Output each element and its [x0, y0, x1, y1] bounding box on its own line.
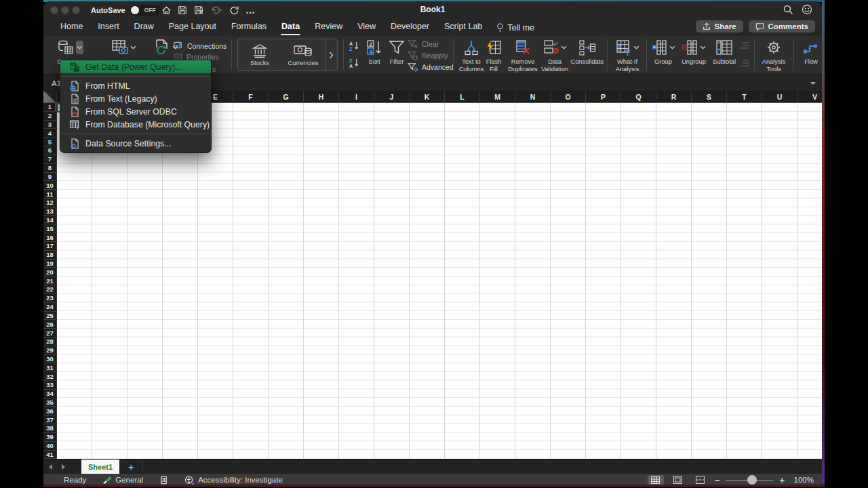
zoom-level[interactable]: 100% [791, 476, 814, 484]
page-layout-view-button[interactable] [670, 475, 686, 485]
flow-button[interactable]: Flow [797, 38, 822, 66]
menu-item-from-sql-server-odbc[interactable]: From SQL Server ODBC [60, 105, 211, 118]
row-header-15[interactable]: 15 [43, 224, 56, 233]
row-header-39[interactable]: 39 [43, 433, 56, 442]
menu-item-from-html[interactable]: From HTML [60, 79, 211, 92]
zoom-slider-thumb[interactable] [747, 475, 757, 485]
column-header-H[interactable]: H [304, 92, 339, 102]
row-header-18[interactable]: 18 [43, 251, 56, 260]
share-button[interactable]: Share [696, 20, 743, 33]
flash-fill-button[interactable]: Flash Fill [481, 38, 506, 73]
row-header-32[interactable]: 32 [43, 372, 56, 381]
tab-page-layout[interactable]: Page Layout [161, 19, 224, 36]
column-header-J[interactable]: J [374, 92, 410, 102]
group-dropdown-arrow[interactable] [669, 45, 675, 49]
column-header-Q[interactable]: Q [621, 92, 656, 102]
menu-item-from-database-microsoft-query[interactable]: From Database (Microsoft Query) [60, 118, 211, 131]
row-header-3[interactable]: 3 [43, 121, 56, 129]
row-header-33[interactable]: 33 [43, 381, 56, 390]
group-button[interactable]: Group [649, 38, 677, 66]
menu-item-from-text-legacy[interactable]: From Text (Legacy) [60, 92, 211, 105]
from-picture-button[interactable] [104, 38, 142, 57]
what-if-analysis-button[interactable]: ? What-If Analysis [610, 38, 644, 73]
row-header-37[interactable]: 37 [43, 415, 56, 424]
tab-view[interactable]: View [350, 19, 383, 36]
row-header-1[interactable]: 1 [43, 103, 56, 112]
row-header-20[interactable]: 20 [43, 268, 56, 277]
zoom-slider[interactable] [726, 475, 773, 485]
column-header-K[interactable]: K [410, 92, 445, 102]
row-header-24[interactable]: 24 [43, 303, 56, 312]
row-header-8[interactable]: 8 [43, 164, 56, 173]
ungroup-dropdown-arrow[interactable] [700, 45, 706, 49]
column-header-M[interactable]: M [480, 92, 515, 102]
menu-item-data-source-settings[interactable]: Data Source Settings... [60, 137, 211, 150]
row-header-19[interactable]: 19 [43, 260, 56, 268]
row-header-12[interactable]: 12 [43, 199, 56, 207]
sort-button[interactable]: Z A Sort [364, 38, 384, 66]
column-header-S[interactable]: S [692, 92, 727, 102]
column-header-G[interactable]: G [269, 92, 304, 102]
column-header-U[interactable]: U [762, 92, 797, 102]
select-all-corner[interactable] [43, 92, 57, 103]
row-header-34[interactable]: 34 [43, 390, 56, 399]
row-header-17[interactable]: 17 [43, 242, 56, 251]
filter-button[interactable]: Filter [386, 38, 408, 66]
feedback-smiley-icon[interactable] [802, 4, 812, 15]
sort-ascending-button[interactable]: A Z [349, 40, 361, 52]
row-header-26[interactable]: 26 [43, 320, 56, 329]
what-if-dropdown-arrow[interactable] [633, 45, 639, 49]
tab-review[interactable]: Review [307, 19, 350, 36]
row-header-27[interactable]: 27 [43, 329, 56, 338]
consolidate-button[interactable]: Consolidate [570, 38, 605, 66]
zoom-in-button[interactable]: + [779, 475, 785, 485]
subtotal-button[interactable]: Subtotal [711, 38, 738, 66]
ungroup-button[interactable]: Ungroup [678, 38, 709, 66]
row-header-6[interactable]: 6 [43, 146, 56, 155]
accessibility-status[interactable]: x Accessibility: Investigate [184, 476, 283, 485]
column-header-T[interactable]: T [727, 92, 762, 102]
stocks-data-type[interactable]: Stocks [238, 39, 281, 70]
row-header-41[interactable]: 41 [43, 451, 56, 460]
analysis-tools-button[interactable]: Analysis Tools [757, 38, 790, 73]
next-sheet-button[interactable] [57, 460, 71, 474]
column-header-N[interactable]: N [515, 92, 551, 102]
row-header-31[interactable]: 31 [43, 363, 56, 372]
tab-data[interactable]: Data [274, 19, 307, 36]
column-header-I[interactable]: I [339, 92, 374, 102]
remove-duplicates-button[interactable]: Remove Duplicates [506, 38, 540, 73]
tab-draw[interactable]: Draw [127, 19, 161, 36]
row-header-14[interactable]: 14 [43, 216, 56, 225]
row-header-13[interactable]: 13 [43, 207, 56, 216]
row-header-40[interactable]: 40 [43, 442, 56, 451]
tab-home[interactable]: Home [53, 19, 90, 36]
add-sheet-button[interactable]: + [119, 460, 142, 474]
row-header-11[interactable]: 11 [43, 190, 56, 199]
page-break-preview-button[interactable] [692, 475, 709, 485]
currencies-data-type[interactable]: Currencies [281, 39, 325, 70]
spreadsheet-grid[interactable] [57, 103, 822, 459]
tab-developer[interactable]: Developer [383, 19, 437, 36]
tab-formulas[interactable]: Formulas [224, 19, 274, 36]
row-header-29[interactable]: 29 [43, 346, 56, 355]
get-data-dropdown-arrow[interactable] [76, 41, 83, 54]
formula-bar-expand-icon[interactable] [810, 81, 816, 85]
row-header-21[interactable]: 21 [43, 277, 56, 285]
column-header-V[interactable]: V [797, 92, 822, 102]
row-header-25[interactable]: 25 [43, 312, 56, 321]
sheet-tab-sheet1[interactable]: Sheet1 [81, 460, 119, 474]
row-header-2[interactable]: 2 [43, 112, 56, 121]
normal-view-button[interactable] [648, 475, 664, 485]
row-header-35[interactable]: 35 [43, 399, 56, 407]
search-icon[interactable] [783, 4, 793, 15]
data-validation-button[interactable]: Data Validation [540, 38, 570, 73]
column-header-O[interactable]: O [551, 92, 586, 102]
from-picture-dropdown-arrow[interactable] [130, 45, 136, 49]
row-header-7[interactable]: 7 [43, 155, 56, 164]
row-header-23[interactable]: 23 [43, 294, 56, 303]
row-header-22[interactable]: 22 [43, 285, 56, 294]
row-header-10[interactable]: 10 [43, 181, 56, 190]
data-validation-dropdown-arrow[interactable] [561, 45, 567, 49]
menu-item-get-data-power-query[interactable]: Get Data (Power Query)... [60, 60, 211, 73]
row-header-9[interactable]: 9 [43, 173, 56, 182]
